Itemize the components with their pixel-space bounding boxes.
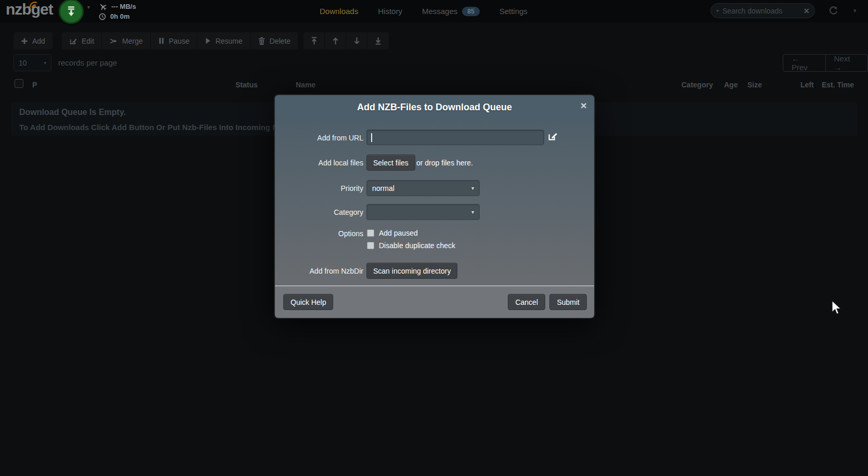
edit-button[interactable]: Edit bbox=[62, 32, 102, 49]
pager: ← Prev Next → bbox=[783, 54, 868, 72]
download-menu-button[interactable] bbox=[59, 0, 84, 24]
modal-title: Add NZB-Files to Download Queue bbox=[275, 95, 594, 119]
url-edit-icon[interactable] bbox=[547, 131, 558, 141]
modal-footer: Quick Help Cancel Submit bbox=[275, 286, 594, 318]
merge-button[interactable]: Merge bbox=[102, 32, 151, 49]
priority-label: Priority bbox=[275, 184, 363, 192]
navbar-caret-down-icon[interactable]: ▾ bbox=[853, 7, 857, 14]
options-label: Options bbox=[275, 229, 363, 238]
prev-page-button[interactable]: ← Prev bbox=[783, 54, 826, 72]
move-bottom-button[interactable] bbox=[367, 32, 389, 49]
empty-queue-title: Download Queue Is Empty. bbox=[19, 108, 126, 117]
column-header-status[interactable]: Status bbox=[235, 81, 258, 89]
download-list-icon bbox=[65, 5, 77, 18]
category-label: Category bbox=[275, 208, 363, 216]
clock-icon bbox=[99, 13, 106, 20]
status-indicators: --- MB/s 0h 0m bbox=[99, 2, 136, 21]
submit-button[interactable]: Submit bbox=[549, 294, 587, 310]
trash-icon bbox=[258, 37, 266, 45]
category-caret-icon: ▾ bbox=[471, 209, 474, 215]
page-size-caret-icon: ▾ bbox=[44, 60, 46, 66]
add-nzb-modal: Add NZB-Files to Download Queue × Add fr… bbox=[275, 95, 594, 318]
priority-caret-icon: ▾ bbox=[471, 185, 474, 191]
drop-files-hint: or drop files here. bbox=[416, 159, 473, 167]
pause-icon bbox=[158, 37, 165, 45]
tab-messages[interactable]: Messages 85 bbox=[422, 7, 480, 16]
url-input[interactable] bbox=[366, 130, 544, 145]
resume-button[interactable]: Resume bbox=[197, 32, 250, 49]
column-header-priority[interactable]: P bbox=[32, 81, 37, 89]
category-select[interactable]: ▾ bbox=[366, 204, 480, 220]
column-header-category[interactable]: Category bbox=[681, 81, 713, 89]
arrow-to-top-icon bbox=[310, 36, 318, 45]
column-header-est-time[interactable]: Est. Time bbox=[822, 81, 854, 89]
disable-duplicate-checkbox[interactable] bbox=[367, 242, 374, 249]
nzbdir-label: Add from NzbDir bbox=[275, 267, 363, 275]
column-header-left[interactable]: Left bbox=[800, 81, 814, 89]
plus-icon bbox=[21, 37, 28, 45]
next-page-button[interactable]: Next → bbox=[825, 54, 868, 72]
cancel-button[interactable]: Cancel bbox=[508, 294, 545, 310]
scan-incoming-button[interactable]: Scan incoming directory bbox=[366, 263, 457, 279]
queue-toolbar: Add Edit Merge bbox=[14, 32, 389, 49]
mouse-cursor bbox=[831, 300, 843, 316]
move-top-button[interactable] bbox=[304, 32, 325, 49]
plane-icon bbox=[99, 3, 107, 11]
speed-value: --- MB/s bbox=[111, 3, 136, 10]
search-box[interactable]: ▾ × bbox=[711, 3, 815, 18]
add-button[interactable]: Add bbox=[14, 32, 52, 49]
play-icon bbox=[204, 37, 211, 45]
column-header-name[interactable]: Name bbox=[296, 81, 315, 89]
search-clear-icon[interactable]: × bbox=[804, 6, 809, 16]
arrow-up-icon bbox=[332, 36, 339, 45]
records-per-page-label: records per page bbox=[58, 58, 117, 67]
close-icon[interactable]: × bbox=[581, 100, 587, 111]
column-header-size[interactable]: Size bbox=[747, 81, 762, 89]
uptime-value: 0h 0m bbox=[110, 12, 130, 20]
select-all-checkbox[interactable] bbox=[15, 79, 23, 88]
navbar: nzbget ▾ --- MB/s bbox=[0, 0, 868, 22]
text-cursor bbox=[371, 133, 372, 142]
page-size-select[interactable]: 10 ▾ bbox=[14, 54, 51, 71]
pause-button[interactable]: Pause bbox=[151, 32, 198, 49]
main-nav: Downloads History Messages 85 Settings bbox=[320, 0, 528, 22]
signal-arcs-icon bbox=[29, 1, 41, 8]
local-files-label: Add local files bbox=[275, 159, 363, 167]
tab-settings[interactable]: Settings bbox=[499, 7, 528, 16]
refresh-icon[interactable] bbox=[828, 6, 838, 18]
add-paused-checkbox[interactable] bbox=[367, 229, 374, 237]
arrow-to-bottom-icon bbox=[374, 36, 382, 45]
move-down-button[interactable] bbox=[346, 32, 367, 49]
add-paused-label: Add paused bbox=[379, 229, 418, 237]
messages-count-badge: 85 bbox=[462, 7, 479, 16]
search-input[interactable] bbox=[722, 7, 800, 15]
edit-icon bbox=[69, 37, 77, 45]
priority-select[interactable]: normal ▾ bbox=[366, 180, 480, 196]
column-header-age[interactable]: Age bbox=[724, 81, 738, 89]
url-field-label: Add from URL bbox=[275, 134, 363, 142]
merge-icon bbox=[109, 37, 118, 45]
quick-help-button[interactable]: Quick Help bbox=[283, 294, 333, 310]
select-files-button[interactable]: Select files bbox=[366, 155, 415, 171]
arrow-down-icon bbox=[353, 36, 361, 45]
empty-queue-hint: To Add Downloads Click Add Button Or Put… bbox=[19, 123, 286, 132]
logo-caret-down-icon[interactable]: ▾ bbox=[87, 4, 90, 10]
tab-downloads[interactable]: Downloads bbox=[320, 7, 358, 16]
modal-header: Add NZB-Files to Download Queue × bbox=[275, 95, 594, 119]
move-up-button[interactable] bbox=[325, 32, 346, 49]
modal-body: Add from URL Add local files Select file… bbox=[275, 119, 594, 286]
nzbget-app: nzbget ▾ --- MB/s bbox=[0, 0, 868, 476]
search-caret-down-icon[interactable]: ▾ bbox=[716, 8, 719, 14]
tab-history[interactable]: History bbox=[378, 7, 402, 16]
disable-duplicate-label: Disable duplicate check bbox=[379, 241, 455, 250]
delete-button[interactable]: Delete bbox=[251, 32, 298, 49]
